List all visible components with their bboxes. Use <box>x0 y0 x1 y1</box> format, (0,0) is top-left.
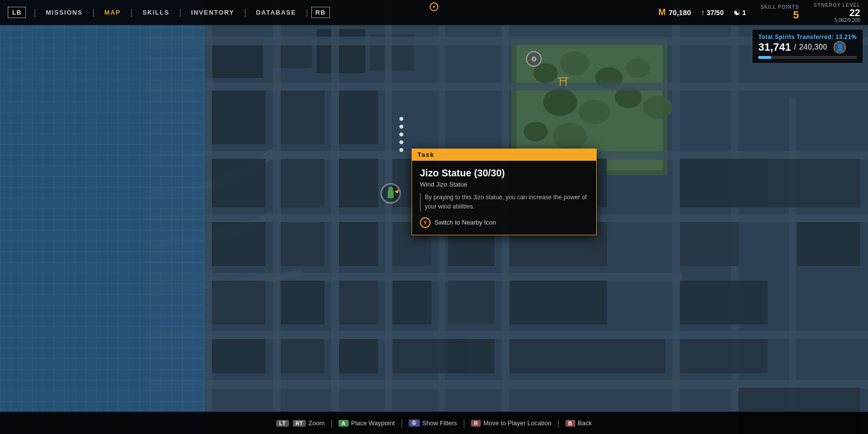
lt-badge[interactable]: LT <box>276 420 289 427</box>
move-badge[interactable]: R <box>471 420 481 427</box>
svg-rect-70 <box>388 190 394 198</box>
yin-yang-icon: ☯ <box>734 8 740 17</box>
svg-rect-33 <box>789 97 796 434</box>
svg-rect-41 <box>212 222 265 266</box>
svg-point-11 <box>626 58 650 78</box>
skill-points-value: 5 <box>793 10 799 20</box>
synergy-value: 22 <box>849 8 860 18</box>
svg-rect-27 <box>331 0 339 434</box>
back-label: Back <box>578 419 592 427</box>
yin-yang-value: 1 <box>742 9 746 17</box>
spirit-marker[interactable]: ⚙ <box>526 51 542 67</box>
nav-missions[interactable]: MISSIONS <box>46 9 83 16</box>
nav-database[interactable]: DATABASE <box>256 9 296 16</box>
svg-point-15 <box>643 95 672 119</box>
bottom-a[interactable]: A Place Waypoint <box>339 419 395 427</box>
task-action[interactable]: Y Switch to Nearby Icon <box>420 217 588 228</box>
svg-rect-55 <box>448 339 494 373</box>
currency-block: M 70,180 <box>659 7 691 18</box>
top-navigation: LB | MISSIONS | MAP | SKILLS | INVENTORY… <box>0 0 868 25</box>
a-badge[interactable]: A <box>339 420 348 427</box>
svg-rect-52 <box>281 339 324 373</box>
svg-rect-49 <box>393 281 432 324</box>
svg-rect-63 <box>680 339 768 373</box>
spirits-current: 31,741 <box>758 41 791 54</box>
waypoint-label: Place Waypoint <box>351 419 395 427</box>
nav-map[interactable]: MAP <box>104 9 120 16</box>
svg-rect-43 <box>339 222 378 266</box>
task-subtitle: Wind Jizo Statue <box>420 181 588 188</box>
svg-point-8 <box>533 63 558 83</box>
rt-badge[interactable]: RT <box>293 420 306 427</box>
arrows-stat: ↑ 37/50 <box>701 8 724 17</box>
svg-rect-28 <box>385 0 392 434</box>
svg-rect-36 <box>339 91 378 144</box>
svg-rect-47 <box>281 281 324 324</box>
zoom-label: Zoom <box>308 419 324 427</box>
spirits-max: 240,300 <box>799 43 827 52</box>
svg-rect-65 <box>797 222 860 266</box>
svg-rect-31 <box>672 0 680 434</box>
bottom-sep-2: | <box>401 418 403 428</box>
nav-sep-6: | <box>306 7 308 18</box>
nav-sep-1: | <box>34 7 36 18</box>
svg-text:👤: 👤 <box>836 43 845 52</box>
hud-right: M 70,180 ↑ 37/50 ☯ 1 SKILL POINTS 5 SYNE… <box>659 2 860 23</box>
bottom-sep-1: | <box>331 418 333 428</box>
synergy-block: SYNERGY LEVEL 22 5,062/9,200 <box>813 2 860 23</box>
arrows-icon: ↑ <box>701 8 705 17</box>
svg-rect-35 <box>281 91 324 144</box>
svg-rect-37 <box>212 159 265 208</box>
lb-button[interactable]: LB <box>8 7 26 18</box>
svg-rect-58 <box>509 281 607 324</box>
synergy-label: SYNERGY LEVEL <box>813 2 860 8</box>
svg-rect-25 <box>205 0 212 434</box>
nav-inventory[interactable]: INVENTORY <box>191 9 234 16</box>
bottom-lt[interactable]: LT <box>276 420 289 427</box>
svg-rect-42 <box>281 222 324 266</box>
svg-rect-39 <box>339 159 378 208</box>
bottom-back[interactable]: B Back <box>566 419 592 427</box>
bottom-bar: LT RT Zoom | A Place Waypoint | ① Show F… <box>0 412 868 434</box>
rb-button[interactable]: RB <box>311 7 330 18</box>
arrows-value: 37/50 <box>707 9 724 17</box>
currency-value: 70,180 <box>669 8 691 17</box>
spirits-panel: Total Spirits Transferred: 13.21% 31,741… <box>752 29 863 63</box>
spirits-transferred-label: Total Spirits Transferred: 13.21% <box>758 34 857 40</box>
torii-marker[interactable]: ⛩ <box>558 75 569 89</box>
task-popup: Task Jizo Statue (30/30) Wind Jizo Statu… <box>412 149 597 235</box>
svg-rect-51 <box>212 339 265 373</box>
svg-rect-46 <box>212 281 265 324</box>
bottom-sep-3: | <box>463 418 465 428</box>
svg-point-9 <box>560 51 589 75</box>
svg-rect-34 <box>212 91 265 144</box>
spirits-bar-container <box>758 56 857 59</box>
svg-point-16 <box>524 122 548 141</box>
action-text: Switch to Nearby Icon <box>434 219 496 226</box>
action-y-button[interactable]: Y <box>420 217 431 228</box>
nav-skills[interactable]: SKILLS <box>142 9 169 16</box>
svg-rect-48 <box>339 281 378 324</box>
back-badge[interactable]: B <box>566 420 575 427</box>
yin-yang-stat: ☯ 1 <box>734 8 746 17</box>
spirits-bar-fill <box>758 56 771 59</box>
nav-sep-2: | <box>93 7 95 18</box>
spirits-divider: / <box>794 43 796 52</box>
filters-badge[interactable]: ① <box>409 419 420 427</box>
svg-rect-50 <box>448 281 494 324</box>
bottom-move[interactable]: R Move to Player Location <box>471 419 551 427</box>
svg-point-13 <box>579 100 610 124</box>
nav-sep-5: | <box>244 7 246 18</box>
waypoint-path <box>399 117 403 152</box>
svg-rect-61 <box>680 222 738 266</box>
bottom-filters[interactable]: ① Show Filters <box>409 419 457 427</box>
bottom-rt[interactable]: RT Zoom <box>293 419 325 427</box>
nav-sep-3: | <box>131 7 133 18</box>
svg-point-71 <box>388 187 393 191</box>
spirits-values: 31,741 / 240,300 👤 <box>758 40 857 54</box>
svg-rect-59 <box>509 339 665 373</box>
filters-label: Show Filters <box>422 419 457 427</box>
skill-points-block: SKILL POINTS 5 <box>760 4 799 20</box>
svg-rect-38 <box>281 159 324 208</box>
svg-rect-62 <box>680 281 768 324</box>
